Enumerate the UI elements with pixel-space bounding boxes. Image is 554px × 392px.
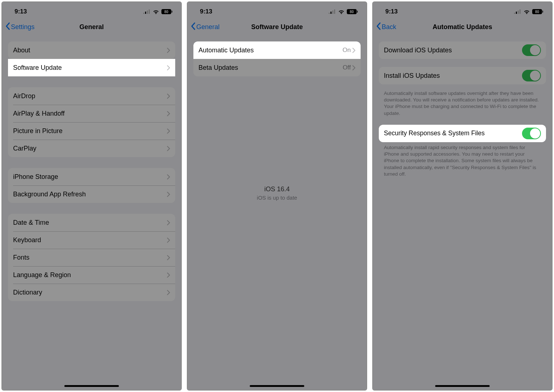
group-updates-rest: Beta Updates Off [193, 59, 361, 76]
nav-bar: Settings General [2, 18, 181, 36]
battery-icon: 80 [347, 9, 358, 14]
row-airplay[interactable]: AirPlay & Handoff [8, 105, 175, 122]
nav-bar: Back Automatic Updates [373, 18, 552, 36]
svg-rect-3 [149, 9, 150, 14]
page-title: General [79, 23, 104, 31]
svg-rect-0 [143, 13, 144, 14]
chevron-right-icon [167, 220, 170, 225]
row-label: Download iOS Updates [384, 47, 522, 54]
group-install: Install iOS Updates [379, 67, 546, 84]
row-about[interactable]: About [8, 41, 175, 59]
row-value: On [342, 47, 351, 54]
back-button[interactable]: General [190, 22, 220, 32]
toggle-download-ios[interactable] [522, 44, 541, 56]
screen-general: 9:13 80 Settings General About Software … [1, 1, 182, 391]
home-indicator[interactable] [435, 385, 490, 387]
chevron-right-icon [167, 255, 170, 260]
clock: 9:13 [200, 8, 212, 15]
row-label: About [13, 47, 167, 54]
chevron-right-icon [352, 48, 356, 53]
row-airdrop[interactable]: AirDrop [8, 87, 175, 105]
row-label: Automatic Updates [198, 47, 342, 54]
chevron-right-icon [167, 272, 170, 278]
home-indicator[interactable] [250, 385, 304, 387]
screen-automatic-updates: 9:13 80 Back Automatic Updates Download … [372, 1, 553, 391]
chevron-right-icon [167, 237, 170, 243]
row-langregion[interactable]: Language & Region [8, 266, 175, 284]
clock: 9:13 [385, 8, 398, 15]
page-title: Automatic Updates [433, 23, 492, 31]
chevron-right-icon [167, 111, 170, 116]
row-datetime[interactable]: Date & Time [8, 214, 175, 231]
svg-rect-9 [516, 12, 517, 14]
row-storage[interactable]: iPhone Storage [8, 168, 175, 185]
row-fonts[interactable]: Fonts [8, 249, 175, 266]
wifi-icon [523, 9, 530, 14]
status-bar: 9:13 80 [188, 2, 366, 18]
wifi-icon [338, 9, 345, 14]
group-storage: iPhone Storage Background App Refresh [8, 168, 175, 203]
row-security-highlight: Security Responses & System Files [379, 125, 546, 142]
group-download: Download iOS Updates [379, 41, 546, 59]
row-download-ios[interactable]: Download iOS Updates [379, 41, 546, 59]
row-beta-updates[interactable]: Beta Updates Off [193, 59, 361, 76]
chevron-right-icon [352, 65, 356, 71]
nav-bar: General Software Update [188, 18, 366, 36]
clock: 9:13 [15, 8, 27, 15]
status-bar: 9:13 80 [2, 2, 181, 18]
back-label: General [196, 23, 220, 31]
row-software-update[interactable]: Software Update [8, 59, 175, 76]
svg-rect-4 [329, 13, 330, 14]
svg-rect-11 [519, 9, 521, 14]
chevron-right-icon [167, 290, 170, 295]
group-about: About [8, 41, 175, 59]
row-label: Beta Updates [198, 64, 343, 72]
row-keyboard[interactable]: Keyboard [8, 231, 175, 249]
install-footer: Automatically install software updates o… [373, 88, 552, 125]
row-label: Install iOS Updates [384, 72, 522, 80]
row-bgrefresh[interactable]: Background App Refresh [8, 185, 175, 203]
svg-rect-5 [330, 12, 332, 14]
toggle-security-responses[interactable] [522, 128, 541, 139]
svg-rect-7 [334, 9, 335, 14]
group-media: AirDrop AirPlay & Handoff Picture in Pic… [8, 87, 175, 157]
wifi-icon [153, 9, 159, 14]
screen-software-update: 9:13 80 General Software Update Automati… [187, 1, 367, 391]
ios-status-msg: iOS is up to date [188, 195, 366, 201]
toggle-install-ios[interactable] [522, 70, 541, 81]
update-status: iOS 16.4 iOS is up to date [188, 185, 366, 201]
chevron-left-icon [190, 22, 196, 32]
svg-rect-8 [514, 13, 515, 14]
svg-rect-2 [147, 11, 148, 14]
row-value: Off [343, 64, 351, 71]
chevron-left-icon [5, 22, 10, 32]
chevron-right-icon [167, 48, 170, 53]
chevron-right-icon [167, 174, 170, 180]
svg-rect-1 [145, 12, 146, 14]
security-footer: Automatically install rapid security res… [373, 142, 552, 185]
row-dictionary[interactable]: Dictionary [8, 284, 175, 301]
page-title: Software Update [251, 23, 303, 31]
back-button[interactable]: Back [376, 22, 396, 32]
row-label: Software Update [13, 64, 167, 72]
chevron-right-icon [167, 128, 170, 134]
cellular-icon [143, 9, 150, 14]
chevron-right-icon [167, 65, 170, 71]
row-software-update-highlight: Software Update [8, 59, 175, 76]
ios-version: iOS 16.4 [188, 185, 366, 193]
home-indicator[interactable] [64, 385, 119, 387]
row-pip[interactable]: Picture in Picture [8, 122, 175, 140]
back-button[interactable]: Settings [5, 22, 35, 32]
chevron-left-icon [376, 22, 381, 32]
chevron-right-icon [167, 146, 170, 151]
row-security-responses[interactable]: Security Responses & System Files [379, 125, 546, 142]
cellular-icon [329, 9, 336, 14]
row-carplay[interactable]: CarPlay [8, 140, 175, 157]
battery-icon: 80 [532, 9, 543, 14]
chevron-right-icon [167, 93, 170, 99]
row-auto-updates[interactable]: Automatic Updates On [193, 41, 361, 59]
svg-rect-10 [518, 11, 519, 14]
row-install-ios[interactable]: Install iOS Updates [379, 67, 546, 84]
back-label: Settings [11, 23, 35, 31]
chevron-right-icon [167, 192, 170, 197]
